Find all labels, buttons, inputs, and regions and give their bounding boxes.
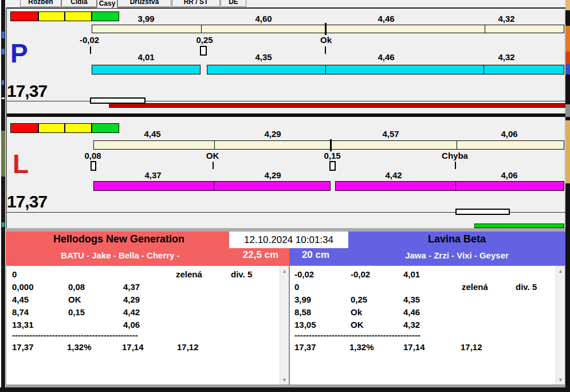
summary-net: 17,14	[122, 342, 144, 352]
lane-l-top-split-4: 4,06	[486, 129, 532, 139]
cell: 0	[294, 282, 299, 292]
lane-p-bar-seg-4	[483, 65, 564, 75]
cell: OK	[68, 295, 81, 304]
tab-rozbeh[interactable]: Rozbeh	[20, 0, 61, 7]
lane-l-progress-bar	[474, 224, 564, 228]
lane-l-bottom-split-3: 4,42	[371, 170, 416, 180]
summary-best: 17,12	[177, 342, 199, 352]
tab-rr-st[interactable]: RR / ST	[172, 0, 220, 7]
lane-p-top-split-4: 4,32	[483, 14, 529, 23]
lane-p-bar-seg-2	[207, 65, 326, 75]
summary-percent: 1,32%	[349, 342, 374, 352]
team-right-dogs: Jawa - Zrzi - Vixi - Geyser	[348, 250, 565, 260]
team-left-scrollbar[interactable]: ▲ ▼	[280, 266, 289, 385]
lane-p-bar-seg-3	[325, 65, 484, 75]
team-left-height: 22,5 cm	[232, 249, 289, 261]
lane-l-bar-seg-1	[93, 181, 214, 191]
cell: 4,01	[403, 269, 420, 279]
cell: OK	[351, 320, 364, 330]
scroll-down-icon[interactable]: ▼	[280, 375, 289, 384]
lane-l-tick-1	[213, 162, 214, 169]
dashed-separator: ----------------------------------------…	[12, 330, 138, 340]
lane-l-light-red	[10, 123, 38, 133]
team-right-height: 20 cm	[289, 249, 342, 261]
team-right-name: Lavina Beta	[348, 233, 565, 245]
cell: div. 5	[231, 269, 252, 279]
lane-l-light-yellow1	[38, 123, 65, 133]
lane-l-sensor-box-1	[91, 161, 96, 171]
cell: 3,99	[294, 295, 311, 304]
cell: 13,31	[12, 320, 34, 330]
lane-p-progress-bar	[109, 103, 565, 108]
tab-casy[interactable]: Časy	[97, 0, 117, 8]
scroll-up-icon[interactable]: ▲	[280, 266, 289, 275]
cell: -0,02	[351, 269, 370, 279]
lane-p-ruler	[92, 25, 564, 33]
lane-l-total-time: 17,37	[7, 192, 47, 211]
lane-p-mark-label-3: Ok	[312, 35, 340, 45]
cell: 0,08	[68, 282, 85, 292]
lane-p-bottom-split-3: 4,46	[363, 52, 409, 62]
cell: 13,05	[294, 320, 316, 330]
tab-cidla[interactable]: Čidla	[61, 0, 97, 7]
lane-p-crossing-mark	[325, 23, 327, 35]
lane-p-bottom-split-4: 4,32	[483, 52, 529, 62]
lane-l-bar-seg-4	[455, 181, 564, 191]
cell: 8,74	[12, 307, 29, 317]
cell: Ok	[351, 307, 362, 317]
timestamp: 12.10.2024 10:01:34	[244, 234, 333, 246]
summary-best: 17,12	[461, 342, 482, 352]
team-left-name: Hellodogs New Generation	[6, 233, 232, 245]
lane-p-tick-1	[90, 46, 91, 54]
right-background-strip	[565, 0, 570, 392]
cell: zelená	[462, 282, 488, 292]
lane-p-light-yellow1	[38, 11, 65, 21]
lane-p-mark-label-1: -0,02	[76, 35, 103, 45]
lane-p-total-time: 17,37	[7, 81, 47, 101]
cell: 4,29	[123, 295, 140, 304]
lane-p-top-split-2: 4,60	[241, 14, 286, 23]
lane-l-bottom-split-4: 4,06	[486, 170, 532, 180]
team-left-table[interactable]: 0 zelená div. 5 0,000 0,08 4,37 4,45 OK …	[6, 265, 289, 385]
lane-p-mark-label-2: 0,25	[191, 35, 218, 45]
lane-l-tick-2	[455, 162, 456, 169]
tab-druzstva[interactable]: Družstva	[117, 0, 171, 7]
scroll-up-icon[interactable]: ▲	[556, 266, 565, 275]
cell: 0,25	[351, 295, 367, 304]
lane-p-letter: P	[10, 40, 28, 66]
lane-l-sensor-box-2	[329, 161, 336, 171]
lane-l-light-yellow2	[65, 123, 92, 133]
app-window: Rozbeh Čidla Časy Družstva RR / ST DE 3,…	[0, 0, 570, 392]
lane-l-top-split-3: 4,57	[368, 129, 414, 139]
cell: 8,58	[294, 307, 311, 317]
team-right-scrollbar[interactable]: ▲ ▼	[556, 266, 565, 385]
cell: 4,42	[123, 307, 140, 317]
lane-p-light-red	[10, 11, 38, 21]
lane-l-mark-label-3: 0,15	[319, 151, 346, 160]
cell: 4,32	[403, 320, 420, 330]
cell: 0	[12, 269, 17, 279]
cell: 4,45	[12, 295, 29, 304]
lane-l-progress-marker	[455, 209, 510, 215]
cell: zelená	[176, 269, 202, 279]
lane-l-bar-seg-2	[214, 181, 331, 191]
lane-l-mark-label-1: 0,08	[79, 151, 107, 160]
lane-p-bottom-split-2: 4,35	[241, 52, 286, 62]
lane-l-bottom-split-1: 4,37	[130, 170, 176, 180]
tab-de[interactable]: DE	[221, 0, 246, 7]
left-background-strip	[0, 0, 6, 392]
team-right-table[interactable]: -0,02 -0,02 4,01 0 zelená div. 5 3,99 0,…	[289, 265, 565, 385]
summary-percent: 1,32%	[67, 342, 92, 352]
tab-bar: Rozbeh Čidla Časy Družstva RR / ST DE	[7, 0, 564, 8]
cell: 0,15	[68, 307, 85, 317]
lane-l-mark-label-4: Chyba	[439, 151, 471, 160]
lane-l-top-split-1: 4,45	[129, 129, 175, 139]
summary-total: 17,37	[12, 342, 34, 352]
lane-p-sensor-box	[200, 46, 207, 56]
lane-l-top-split-2: 4,29	[250, 129, 296, 139]
cell: 4,37	[123, 282, 140, 292]
lane-l-bottom-split-2: 4,29	[250, 170, 296, 180]
lane-divider	[7, 113, 565, 117]
scroll-down-icon[interactable]: ▼	[556, 375, 565, 384]
lane-l-light-green	[92, 123, 119, 133]
